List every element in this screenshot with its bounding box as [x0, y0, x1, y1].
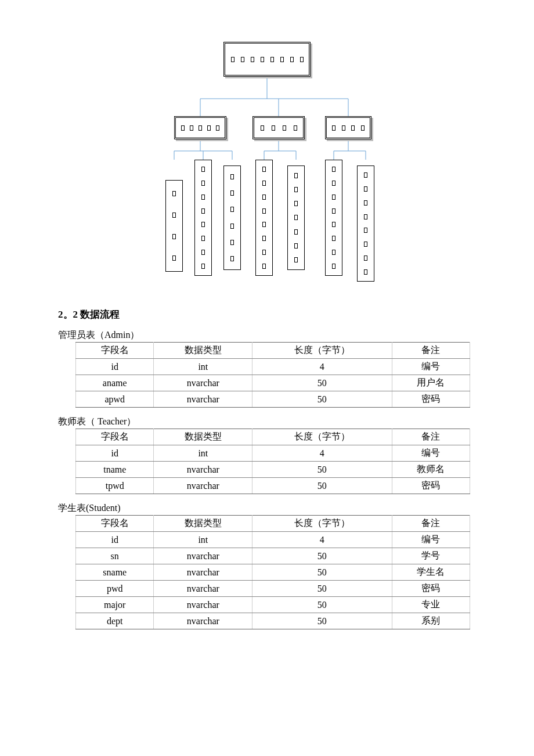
data-table: 字段名数据类型长度（字节）备注idint4编号anamenvarchar50用户… [75, 342, 470, 408]
table-cell: id [76, 532, 154, 548]
hierarchy-diagram [58, 35, 476, 290]
table-cell: aname [76, 375, 154, 391]
diagram-group-box [325, 116, 371, 139]
table-header-cell: 长度（字节） [252, 516, 392, 532]
table-cell: 用户名 [392, 375, 470, 391]
table-title: 管理员表（Admin） [58, 329, 476, 341]
table-cell: id [76, 445, 154, 462]
diagram-leaf-box [194, 160, 212, 276]
table-cell: 专业 [392, 597, 470, 613]
table-cell: 50 [252, 564, 392, 581]
table-row: tpwdnvarchar50密码 [76, 478, 470, 494]
diagram-leaf-box [165, 180, 183, 272]
table-header-cell: 数据类型 [154, 429, 252, 445]
table-cell: 教师名 [392, 462, 470, 478]
table-cell: 学号 [392, 548, 470, 564]
table-title: 学生表(Student) [58, 502, 476, 514]
table-row: snamenvarchar50学生名 [76, 564, 470, 581]
table-cell: nvarchar [154, 597, 252, 613]
table-cell: nvarchar [154, 391, 252, 408]
table-cell: int [154, 445, 252, 462]
table-header-cell: 备注 [392, 429, 470, 445]
table-cell: id [76, 359, 154, 375]
table-header-cell: 长度（字节） [252, 343, 392, 359]
table-cell: 4 [252, 445, 392, 462]
table-row: idint4编号 [76, 359, 470, 375]
table-cell: 密码 [392, 478, 470, 494]
table-cell: dept [76, 613, 154, 629]
table-cell: 50 [252, 613, 392, 629]
table-cell: int [154, 359, 252, 375]
table-cell: 4 [252, 532, 392, 548]
table-cell: 50 [252, 581, 392, 597]
table-row: pwdnvarchar50密码 [76, 581, 470, 597]
table-cell: 密码 [392, 391, 470, 408]
table-header-cell: 字段名 [76, 429, 154, 445]
table-cell: tpwd [76, 478, 154, 494]
table-cell: 学生名 [392, 564, 470, 581]
table-cell: 4 [252, 359, 392, 375]
section-heading: 2。2 数据流程 [58, 308, 476, 321]
table-cell: 编号 [392, 359, 470, 375]
table-cell: 50 [252, 391, 392, 408]
table-cell: 50 [252, 548, 392, 564]
table-cell: nvarchar [154, 581, 252, 597]
table-row: idint4编号 [76, 532, 470, 548]
table-cell: sname [76, 564, 154, 581]
table-row: idint4编号 [76, 445, 470, 462]
table-cell: nvarchar [154, 478, 252, 494]
table-cell: nvarchar [154, 564, 252, 581]
table-cell: nvarchar [154, 375, 252, 391]
table-row: anamenvarchar50用户名 [76, 375, 470, 391]
table-cell: nvarchar [154, 462, 252, 478]
table-cell: 50 [252, 462, 392, 478]
table-cell: 50 [252, 375, 392, 391]
table-header-cell: 备注 [392, 343, 470, 359]
table-cell: nvarchar [154, 548, 252, 564]
table-header-cell: 备注 [392, 516, 470, 532]
table-header-cell: 字段名 [76, 516, 154, 532]
table-cell: major [76, 597, 154, 613]
data-table: 字段名数据类型长度（字节）备注idint4编号tnamenvarchar50教师… [75, 429, 470, 494]
table-cell: nvarchar [154, 613, 252, 629]
table-cell: sn [76, 548, 154, 564]
table-row: majornvarchar50专业 [76, 597, 470, 613]
data-table: 字段名数据类型长度（字节）备注idint4编号snnvarchar50学号sna… [75, 515, 470, 629]
table-cell: int [154, 532, 252, 548]
diagram-group-box [252, 116, 305, 139]
table-row: tnamenvarchar50教师名 [76, 462, 470, 478]
table-cell: 密码 [392, 581, 470, 597]
table-cell: apwd [76, 391, 154, 408]
table-cell: 50 [252, 478, 392, 494]
table-cell: 编号 [392, 532, 470, 548]
tables-container: 管理员表（Admin）字段名数据类型长度（字节）备注idint4编号anamen… [58, 329, 476, 629]
table-header-cell: 长度（字节） [252, 429, 392, 445]
table-header-cell: 数据类型 [154, 516, 252, 532]
table-row: apwdnvarchar50密码 [76, 391, 470, 408]
table-cell: 系别 [392, 613, 470, 629]
table-header-cell: 数据类型 [154, 343, 252, 359]
diagram-leaf-box [255, 160, 273, 276]
table-cell: 50 [252, 597, 392, 613]
table-cell: 编号 [392, 445, 470, 462]
diagram-group-box [174, 116, 226, 139]
diagram-leaf-box [325, 160, 342, 276]
table-row: deptnvarchar50系别 [76, 613, 470, 629]
table-title: 教师表（ Teacher） [58, 416, 476, 428]
diagram-leaf-box [223, 165, 241, 270]
table-cell: tname [76, 462, 154, 478]
table-row: snnvarchar50学号 [76, 548, 470, 564]
diagram-leaf-box [357, 165, 374, 282]
table-header-cell: 字段名 [76, 343, 154, 359]
diagram-root-box [223, 42, 311, 77]
diagram-leaf-box [287, 165, 305, 270]
table-cell: pwd [76, 581, 154, 597]
